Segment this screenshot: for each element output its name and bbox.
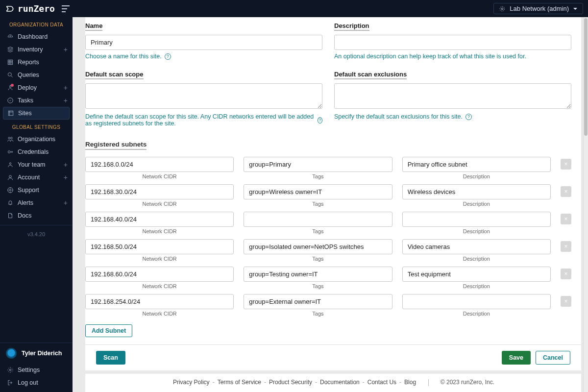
- remove-subnet-button[interactable]: ×: [561, 159, 571, 170]
- sidebar-item-log-out[interactable]: Log out: [0, 376, 73, 389]
- sidebar-item-label: Deploy: [18, 84, 37, 91]
- sidebar-item-alerts[interactable]: Alerts+: [0, 196, 73, 209]
- main: Name Choose a name for this site. ? Desc…: [73, 17, 588, 392]
- sidebar-item-label: Organizations: [18, 136, 55, 143]
- sidebar-item-organizations[interactable]: Organizations: [0, 133, 73, 146]
- footer-link[interactable]: Blog: [404, 379, 416, 386]
- subnet-desc-input[interactable]: [402, 239, 551, 254]
- description-helper: An optional description can help keep tr…: [334, 53, 526, 60]
- alerts-icon: [7, 199, 14, 206]
- sidebar-item-label: Docs: [18, 212, 31, 219]
- menu-toggle-icon[interactable]: [62, 5, 70, 12]
- logo-mark-icon: [5, 4, 15, 14]
- save-button[interactable]: Save: [502, 351, 531, 365]
- site-description-input[interactable]: [334, 35, 571, 50]
- remove-subnet-button[interactable]: ×: [561, 296, 571, 307]
- remove-subnet-button[interactable]: ×: [561, 269, 571, 279]
- svg-rect-2: [8, 60, 12, 64]
- sidebar-item-reports[interactable]: Reports: [0, 56, 73, 69]
- subnet-col-caption: Description: [402, 311, 551, 317]
- remove-subnet-button[interactable]: ×: [561, 241, 571, 252]
- subnet-col-caption: Description: [402, 256, 551, 262]
- subnet-cidr-input[interactable]: [85, 212, 234, 227]
- plus-icon[interactable]: +: [64, 97, 68, 104]
- name-label: Name: [85, 22, 102, 31]
- sidebar-item-label: Tasks: [18, 97, 33, 104]
- sidebar-item-deploy[interactable]: Deploy+: [0, 81, 73, 94]
- sidebar-item-inventory[interactable]: Inventory+: [0, 43, 73, 56]
- plus-icon[interactable]: +: [64, 84, 68, 91]
- scan-button[interactable]: Scan: [96, 351, 125, 365]
- org-selector[interactable]: Lab Network (admin): [493, 3, 583, 14]
- svg-point-12: [9, 189, 11, 191]
- subnet-cidr-input[interactable]: [85, 184, 234, 199]
- subnet-col-caption: Network CIDR: [85, 228, 234, 234]
- remove-subnet-button[interactable]: ×: [561, 186, 571, 197]
- add-subnet-button[interactable]: Add Subnet: [85, 324, 132, 337]
- footer-link[interactable]: Product Security: [269, 379, 312, 386]
- scrollbar[interactable]: [583, 17, 588, 392]
- help-icon[interactable]: ?: [318, 117, 322, 123]
- subnet-cidr-input[interactable]: [85, 294, 234, 309]
- sidebar-item-docs[interactable]: Docs: [0, 209, 73, 222]
- subnet-desc-input[interactable]: [402, 294, 551, 309]
- subnet-tags-input[interactable]: [244, 267, 392, 282]
- sidebar-item-settings[interactable]: Settings: [0, 364, 73, 376]
- cancel-button[interactable]: Cancel: [536, 351, 570, 365]
- subnet-cidr-input[interactable]: [85, 267, 234, 282]
- subnet-row: Network CIDRTagsDescription×: [85, 239, 571, 262]
- sidebar-item-support[interactable]: Support: [0, 184, 73, 196]
- sidebar-item-your-team[interactable]: Your team+: [0, 158, 73, 171]
- plus-icon[interactable]: +: [64, 46, 68, 53]
- brand-logo[interactable]: runZero: [5, 3, 55, 14]
- subnet-desc-input[interactable]: [402, 212, 551, 227]
- help-icon[interactable]: ?: [466, 114, 472, 120]
- remove-subnet-button[interactable]: ×: [561, 214, 571, 224]
- sidebar-item-dashboard[interactable]: Dashboard: [0, 30, 73, 43]
- subnet-cidr-input[interactable]: [85, 157, 234, 172]
- current-user[interactable]: Tyler Diderich: [0, 343, 73, 364]
- sites-icon: [7, 110, 14, 117]
- sidebar-item-queries[interactable]: Queries: [0, 69, 73, 81]
- subnet-tags-input[interactable]: [244, 184, 392, 199]
- site-name-input[interactable]: [85, 35, 322, 50]
- footer-link[interactable]: Privacy Policy: [173, 379, 210, 386]
- separator: -: [264, 379, 266, 386]
- sidebar-item-sites[interactable]: Sites: [3, 107, 70, 120]
- subnet-tags-input[interactable]: [244, 157, 392, 172]
- subnet-col-caption: Network CIDR: [85, 201, 234, 207]
- subnet-desc-input[interactable]: [402, 184, 551, 199]
- inventory-icon: [7, 46, 14, 53]
- subnet-col-caption: Tags: [244, 201, 392, 207]
- svg-point-10: [9, 175, 12, 178]
- help-icon[interactable]: ?: [165, 53, 171, 60]
- settings-icon: [7, 367, 14, 373]
- plus-icon[interactable]: +: [64, 174, 68, 181]
- subnet-tags-input[interactable]: [244, 212, 392, 227]
- separator: -: [213, 379, 215, 386]
- sidebar-item-credentials[interactable]: Credentials: [0, 146, 73, 158]
- chevron-down-icon: [573, 6, 578, 11]
- footer-link[interactable]: Terms of Service: [218, 379, 261, 386]
- footer-link[interactable]: Contact Us: [368, 379, 396, 386]
- subnets-heading: Registered subnets: [85, 141, 147, 150]
- sidebar-item-tasks[interactable]: Tasks+: [0, 94, 73, 107]
- sidebar-item-label: Your team: [18, 161, 46, 168]
- sidebar-item-account[interactable]: Account+: [0, 171, 73, 184]
- subnet-desc-input[interactable]: [402, 157, 551, 172]
- plus-icon[interactable]: +: [64, 199, 68, 206]
- sidebar-item-label: Dashboard: [18, 33, 48, 40]
- subnet-tags-input[interactable]: [244, 239, 392, 254]
- subnet-cidr-input[interactable]: [85, 239, 234, 254]
- scan-exclusions-input[interactable]: [334, 83, 571, 109]
- dashboard-icon: [7, 33, 14, 40]
- svg-point-0: [500, 6, 505, 11]
- scan-scope-input[interactable]: [85, 83, 322, 109]
- subnet-tags-input[interactable]: [244, 294, 392, 309]
- footer-link[interactable]: Documentation: [320, 379, 360, 386]
- plus-icon[interactable]: +: [64, 161, 68, 168]
- sidebar-item-label: Inventory: [18, 46, 43, 53]
- sidebar-item-label: Alerts: [18, 199, 33, 206]
- subnet-desc-input[interactable]: [402, 267, 551, 282]
- footer: Privacy Policy-Terms of Service-Product …: [85, 373, 581, 392]
